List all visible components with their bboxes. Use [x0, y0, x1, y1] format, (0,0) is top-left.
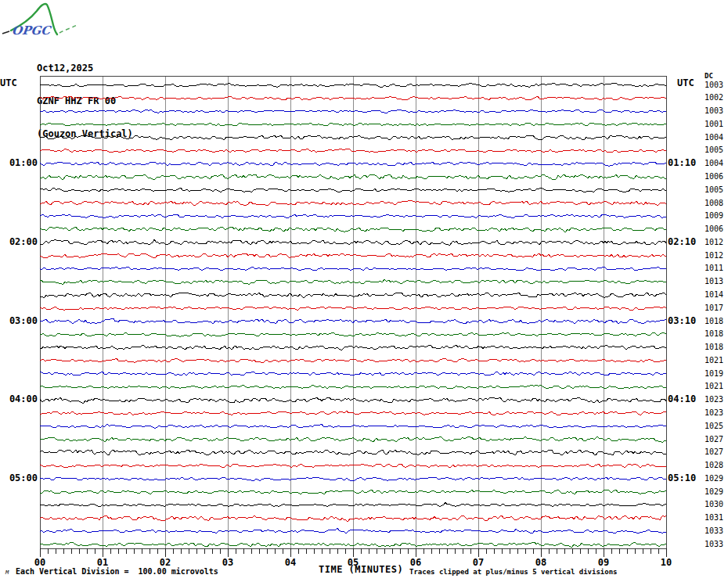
dc-value: 1028	[705, 462, 723, 469]
dc-value: 1018	[705, 318, 723, 325]
left-time-label: 05:00	[0, 473, 38, 483]
dc-value: 1014	[705, 291, 723, 299]
dc-value: 1005	[705, 146, 723, 154]
dc-value: 1005	[705, 186, 723, 194]
dc-value: 1025	[705, 422, 723, 430]
watermark-glyph: M	[5, 569, 9, 576]
dc-value: 1023	[705, 409, 723, 417]
dc-value: 1003	[705, 81, 723, 89]
x-tick-label: 06	[402, 557, 429, 568]
dc-value: 1006	[705, 225, 723, 233]
right-time-label: 01:10	[668, 158, 696, 168]
clipping-note: Traces clipped at plus/minus 5 vertical …	[409, 568, 618, 576]
x-tick-label: 02	[152, 557, 178, 568]
dc-value: 1004	[705, 160, 723, 167]
dc-value: 1012	[705, 239, 723, 246]
x-tick-label: 03	[214, 557, 241, 568]
dc-value: 1029	[705, 475, 723, 483]
dc-value: 1033	[705, 527, 723, 535]
dc-value: 1004	[705, 134, 723, 142]
right-time-label: 04:10	[668, 394, 696, 404]
left-time-label: 04:00	[0, 394, 38, 404]
x-tick-label: 10	[653, 557, 679, 568]
dc-value: 1027	[705, 448, 723, 456]
seismogram-plot	[0, 0, 728, 582]
x-tick-label: 09	[590, 557, 617, 568]
left-time-label: 03:00	[0, 316, 38, 326]
dc-value: 1003	[705, 107, 723, 115]
dc-value: 1001	[705, 120, 723, 128]
x-tick-label: 08	[528, 557, 554, 568]
right-time-label: 02:10	[668, 237, 696, 247]
dc-value: 1023	[705, 396, 723, 404]
helicorder-page: OPGC Oct12,2025 GZNF HHZ FR 00 (Gouzon V…	[0, 0, 728, 582]
dc-value: 1009	[705, 212, 723, 220]
dc-value: 1018	[705, 330, 723, 338]
left-time-label: 01:00	[0, 158, 38, 168]
dc-value: 1029	[705, 488, 723, 496]
dc-value: 1021	[705, 383, 723, 390]
vertical-division-scale-note: Each Vertical Division = 100.00 microvol…	[16, 567, 218, 576]
right-time-label: 03:10	[668, 316, 696, 326]
dc-value: 1033	[705, 541, 723, 548]
dc-value: 1012	[705, 252, 723, 260]
dc-value: 1008	[705, 199, 723, 207]
dc-value: 1017	[705, 304, 723, 312]
dc-value: 1013	[705, 278, 723, 286]
dc-value: 1031	[705, 514, 723, 522]
dc-value: 1019	[705, 370, 723, 378]
x-tick-label: 07	[465, 557, 492, 568]
dc-value: 1027	[705, 436, 723, 444]
dc-value: 1006	[705, 173, 723, 181]
dc-value: 1030	[705, 501, 723, 508]
left-time-label: 02:00	[0, 237, 38, 247]
right-time-label: 05:10	[668, 473, 696, 483]
x-tick-label: 01	[89, 557, 116, 568]
dc-value: 1021	[705, 357, 723, 365]
x-tick-label: 00	[27, 557, 53, 568]
x-tick-label: 04	[277, 557, 304, 568]
dc-value: 1011	[705, 264, 723, 272]
x-axis-title: TIME (MINUTES)	[319, 564, 403, 575]
dc-value: 1018	[705, 343, 723, 351]
dc-value: 1002	[705, 94, 723, 102]
